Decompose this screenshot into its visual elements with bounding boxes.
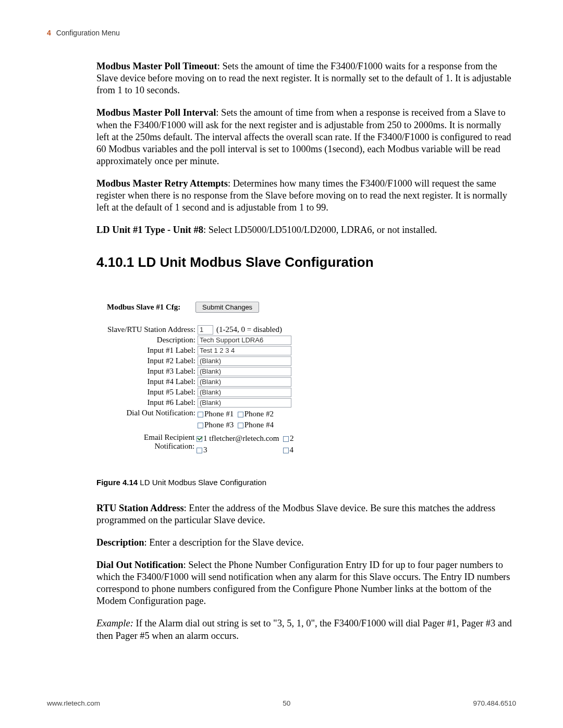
footer-right: 970.484.6510 (473, 699, 516, 707)
checkbox-email1[interactable] (197, 436, 202, 442)
email-group: 1 tfletcher@rletech.com 2 3 4 (197, 433, 295, 456)
label-description: Description: (107, 336, 198, 344)
paragraph-interval: Modbus Master Poll Interval: Sets the am… (96, 107, 513, 167)
label-input2: Input #2 Label: (107, 356, 198, 365)
label-email: Email Recipient Notification: (107, 433, 197, 451)
label-input4: Input #4 Label: (107, 377, 198, 386)
checkbox-email4-label: 4 (290, 446, 294, 454)
modbus-slave-form: Modbus Slave #1 Cfg: Submit Changes Slav… (96, 291, 513, 464)
checkbox-phone1-label: Phone #1 (204, 410, 234, 418)
para-lead-italic: Example: (96, 618, 133, 628)
paragraph-description: Description: Enter a description for the… (96, 537, 513, 549)
label-dialout: Dial Out Notification: (107, 409, 198, 417)
checkbox-phone4-label: Phone #4 (244, 421, 274, 429)
checkbox-phone2-label: Phone #2 (244, 410, 274, 418)
paragraph-example: Example: If the Alarm dial out string is… (96, 618, 513, 641)
chapter-title: Configuration Menu (56, 29, 120, 37)
chapter-number: 4 (47, 29, 51, 37)
paragraph-rtu-address: RTU Station Address: Enter the address o… (96, 502, 513, 526)
figure-lead: Figure 4.14 (96, 478, 138, 487)
paragraph-retry: Modbus Master Retry Attempts: Determines… (96, 178, 513, 214)
checkbox-email4[interactable] (283, 448, 289, 453)
input5-label-input[interactable] (198, 388, 291, 397)
checkbox-email1-label: 1 tfletcher@rletech.com (203, 434, 279, 442)
footer-left: www.rletech.com (47, 699, 100, 707)
label-station-address: Slave/RTU Station Address: (107, 325, 198, 334)
para-lead: Dial Out Notification (96, 560, 183, 570)
page-footer: www.rletech.com 50 970.484.6510 (47, 699, 516, 707)
para-lead: Modbus Master Retry Attempts (96, 178, 228, 189)
paragraph-dialout: Dial Out Notification: Select the Phone … (96, 559, 513, 608)
page-header: 4 Configuration Menu (47, 29, 516, 37)
description-input[interactable] (198, 336, 291, 345)
paragraph-ldunit: LD Unit #1 Type - Unit #8: Select LD5000… (96, 224, 513, 236)
paragraph-timeout: Modbus Master Poll Timeout: Sets the amo… (96, 60, 513, 96)
para-lead: LD Unit #1 Type - Unit #8 (96, 225, 203, 235)
checkbox-phone1[interactable] (198, 412, 203, 417)
checkbox-email2[interactable] (283, 436, 289, 442)
checkbox-email3-label: 3 (203, 446, 207, 454)
checkbox-phone3-label: Phone #3 (204, 421, 234, 429)
input2-label-input[interactable] (198, 356, 291, 366)
station-address-hint: (1-254, 0 = disabled) (216, 325, 282, 334)
label-input3: Input #3 Label: (107, 367, 198, 376)
figure-caption: Figure 4.14 LD Unit Modbus Slave Configu… (96, 478, 513, 487)
label-input1: Input #1 Label: (107, 346, 198, 355)
checkbox-phone4[interactable] (238, 423, 243, 428)
figure-text: LD Unit Modbus Slave Configuration (138, 478, 266, 487)
checkbox-phone2[interactable] (238, 412, 243, 417)
label-input6: Input #6 Label: (107, 398, 198, 407)
input4-label-input[interactable] (198, 377, 291, 387)
dialout-group: Phone #1 Phone #2 Phone #3 Phone #4 (198, 409, 274, 431)
section-heading: 4.10.1 LD Unit Modbus Slave Configuratio… (96, 254, 513, 270)
checkbox-email3[interactable] (197, 448, 202, 453)
station-address-input[interactable] (198, 325, 213, 335)
para-lead: Description (96, 537, 144, 548)
input3-label-input[interactable] (198, 367, 291, 376)
para-text: If the Alarm dial out string is set to "… (96, 618, 512, 640)
label-input5: Input #5 Label: (107, 388, 198, 397)
checkbox-email2-label: 2 (290, 434, 294, 442)
para-lead: RTU Station Address (96, 503, 184, 513)
form-title: Modbus Slave #1 Cfg: (107, 303, 195, 312)
para-lead: Modbus Master Poll Timeout (96, 61, 217, 71)
input6-label-input[interactable] (198, 398, 291, 408)
submit-changes-button[interactable]: Submit Changes (195, 302, 259, 313)
para-text: : Select LD5000/LD5100/LD2000, LDRA6, or… (203, 225, 437, 235)
input1-label-input[interactable] (198, 346, 291, 355)
para-lead: Modbus Master Poll Interval (96, 107, 216, 118)
para-text: : Enter a description for the Slave devi… (144, 537, 303, 548)
checkbox-phone3[interactable] (198, 423, 203, 428)
footer-page-number: 50 (283, 699, 290, 707)
